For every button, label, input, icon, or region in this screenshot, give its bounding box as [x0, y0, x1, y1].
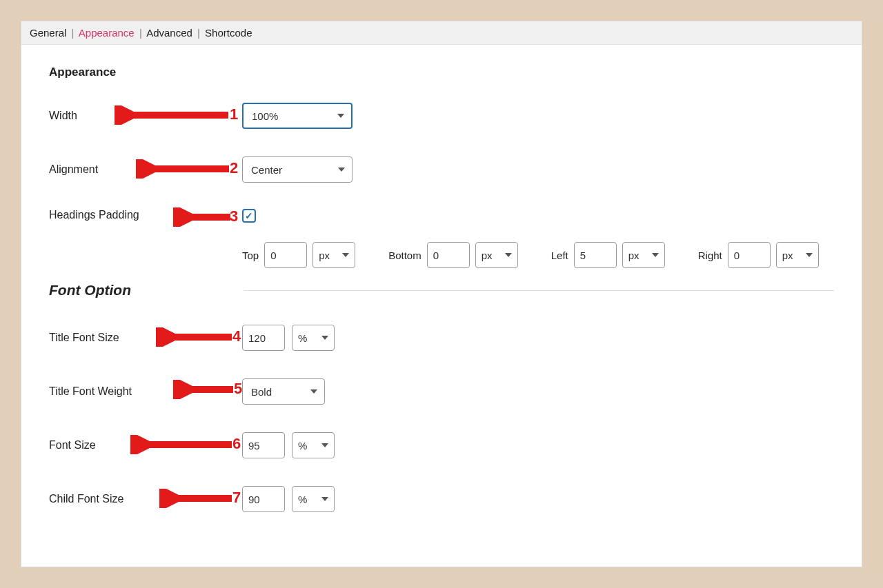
label-padding-bottom: Bottom: [388, 250, 421, 261]
tab-separator: |: [197, 27, 200, 39]
label-font-size: Font Size: [49, 439, 242, 452]
title-font-weight-select[interactable]: Bold: [242, 378, 325, 405]
padding-right-input[interactable]: 0: [728, 242, 771, 268]
chevron-down-icon: [337, 114, 344, 118]
label-title-font-size: Title Font Size: [49, 332, 242, 344]
alignment-select-value: Center: [251, 164, 282, 176]
alignment-select[interactable]: Center: [242, 156, 353, 183]
padding-bottom-input[interactable]: 0: [427, 242, 470, 268]
tab-shortcode[interactable]: Shortcode: [205, 27, 252, 39]
child-font-size-input[interactable]: 90: [242, 486, 285, 512]
child-font-size-unit[interactable]: %: [292, 486, 335, 512]
headings-padding-checkbox[interactable]: ✓: [242, 209, 256, 223]
title-font-weight-value: Bold: [251, 386, 272, 398]
chevron-down-icon: [321, 497, 328, 501]
padding-top-unit[interactable]: px: [312, 242, 355, 268]
chevron-down-icon: [321, 443, 328, 447]
settings-panel: General | Appearance | Advanced | Shortc…: [21, 21, 862, 567]
chevron-down-icon: [806, 253, 813, 257]
label-padding-right: Right: [698, 250, 722, 261]
divider-line: [244, 290, 834, 291]
title-font-size-input[interactable]: 120: [242, 325, 285, 351]
padding-right-unit[interactable]: px: [776, 242, 819, 268]
row-title-font-weight: Title Font Weight Bold 5: [49, 377, 834, 406]
padding-bottom-unit[interactable]: px: [475, 242, 518, 268]
tab-appearance[interactable]: Appearance: [79, 27, 135, 39]
tab-advanced[interactable]: Advanced: [146, 27, 192, 39]
tab-separator: |: [72, 27, 75, 39]
label-padding-top: Top: [242, 250, 259, 261]
chevron-down-icon: [321, 336, 328, 340]
label-padding-left: Left: [551, 250, 568, 261]
chevron-down-icon: [505, 253, 512, 257]
row-headings-padding: Headings Padding ✓ Top 0 px Bottom 0 px: [49, 209, 834, 268]
row-title-font-size: Title Font Size 120 % 4: [49, 323, 834, 352]
label-child-font-size: Child Font Size: [49, 493, 242, 505]
tab-separator: |: [139, 27, 142, 39]
tab-bar: General | Appearance | Advanced | Shortc…: [21, 21, 862, 45]
font-size-unit[interactable]: %: [292, 432, 335, 458]
label-title-font-weight: Title Font Weight: [49, 385, 242, 398]
chevron-down-icon: [310, 389, 317, 394]
row-alignment: Alignment Center 2: [49, 155, 834, 184]
label-headings-padding: Headings Padding: [49, 209, 242, 221]
width-select[interactable]: 100%: [242, 103, 353, 129]
row-width: Width 100% 1: [49, 101, 834, 130]
padding-right-group: Right 0 px: [698, 242, 819, 268]
row-font-size: Font Size 95 % 6: [49, 431, 834, 460]
padding-bottom-group: Bottom 0 px: [388, 242, 518, 268]
padding-left-group: Left 5 px: [551, 242, 665, 268]
chevron-down-icon: [338, 168, 345, 172]
padding-top-input[interactable]: 0: [264, 242, 307, 268]
tab-general[interactable]: General: [30, 27, 66, 39]
section-divider-font: Font Option: [49, 282, 834, 298]
content-area: Appearance Width 100% 1 Alignment Center: [21, 45, 862, 559]
font-size-input[interactable]: 95: [242, 432, 285, 458]
padding-controls: Top 0 px Bottom 0 px Left 5 px: [242, 242, 819, 268]
chevron-down-icon: [652, 253, 659, 257]
chevron-down-icon: [342, 253, 349, 257]
width-select-value: 100%: [252, 110, 278, 122]
label-width: Width: [49, 110, 242, 122]
padding-left-input[interactable]: 5: [574, 242, 617, 268]
padding-left-unit[interactable]: px: [622, 242, 665, 268]
section-title-appearance: Appearance: [49, 65, 834, 79]
row-child-font-size: Child Font Size 90 % 7: [49, 485, 834, 514]
padding-top-group: Top 0 px: [242, 242, 355, 268]
label-alignment: Alignment: [49, 163, 242, 176]
section-title-font-option: Font Option: [49, 282, 235, 298]
title-font-size-unit[interactable]: %: [292, 325, 335, 351]
